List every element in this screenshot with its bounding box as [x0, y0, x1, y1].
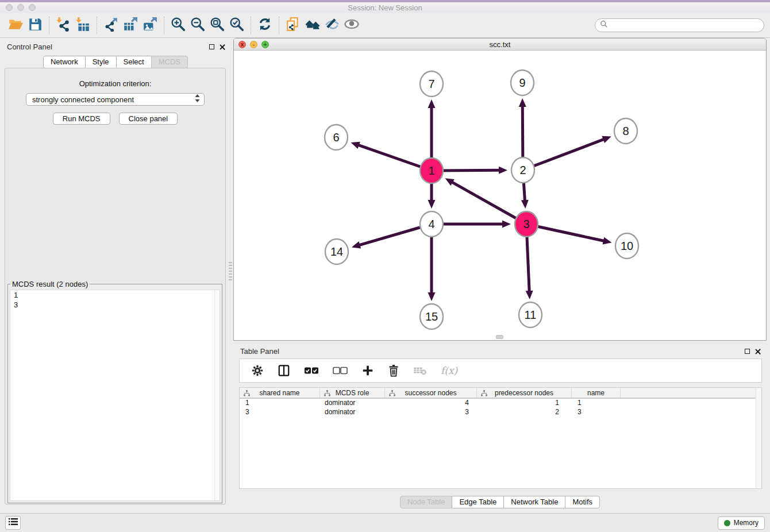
graph-node-label-8: 8 [622, 125, 629, 137]
export-network-button[interactable] [101, 16, 121, 34]
tab-network-table[interactable]: Network Table [503, 496, 565, 508]
delete-table-icon[interactable] [413, 365, 427, 376]
task-history-button[interactable] [5, 516, 21, 530]
table-cell-predecessor-nodes[interactable]: 1 [477, 399, 572, 408]
refresh-view-button[interactable] [255, 16, 275, 34]
table-cell-shared-name[interactable]: 3 [240, 408, 320, 417]
zoom-out-button[interactable] [188, 16, 207, 34]
graph-edge-2-8[interactable] [523, 139, 605, 170]
export-image-button[interactable] [140, 16, 160, 34]
apply-function-button[interactable]: f(x) [441, 365, 457, 376]
save-session-button[interactable] [25, 16, 45, 34]
graph-edge-arrowhead [603, 237, 612, 245]
zoom-in-button[interactable] [168, 16, 188, 34]
float-panel-icon[interactable] [209, 44, 214, 49]
eye-slash-icon [325, 17, 340, 34]
import-network-button[interactable] [53, 16, 73, 34]
tab-select[interactable]: Select [116, 56, 152, 68]
mcds-result-line: 3 [10, 300, 220, 310]
column-header-predecessor-nodes[interactable]: predecessor nodes [477, 388, 572, 398]
tab-style[interactable]: Style [85, 56, 117, 68]
delete-column-icon[interactable] [388, 364, 399, 377]
table-cell-mcds-role[interactable]: dominator [320, 408, 385, 417]
graph-node-label-1: 1 [428, 164, 434, 177]
import-table-icon [75, 17, 90, 34]
table-cell-mcds-role[interactable]: dominator [320, 399, 385, 408]
select-all-rows-icon[interactable] [304, 366, 319, 375]
close-table-panel-icon[interactable] [754, 348, 761, 354]
zoom-selected-icon [229, 17, 244, 34]
list-icon [9, 518, 18, 528]
toolbar-separator [251, 17, 251, 34]
close-panel-icon[interactable] [219, 44, 225, 50]
table-cell-successor-nodes[interactable]: 4 [385, 399, 477, 408]
memory-status-dot [724, 520, 730, 526]
panel-splitter-grip[interactable] [229, 262, 232, 282]
control-panel-tabs: NetworkStyleSelectMCDS [0, 56, 231, 68]
column-header-name[interactable]: name [572, 388, 621, 398]
network-window-titlebar[interactable]: x - + scc.txt [234, 38, 766, 51]
status-bar: Memory [0, 513, 770, 532]
table-cell-name[interactable]: 3 [572, 408, 621, 417]
table-row[interactable]: 3dominator323 [240, 408, 761, 417]
graph-edge-arrowhead [428, 200, 436, 209]
clone-network-button[interactable] [283, 16, 303, 34]
deselect-all-rows-icon[interactable] [333, 366, 348, 375]
criterion-dropdown-value: strongly connected component [32, 95, 194, 104]
search-box[interactable] [595, 18, 764, 32]
graph-edge-3-1[interactable] [452, 182, 526, 224]
zoom-in-icon [171, 17, 186, 34]
result-scrollbar[interactable] [214, 290, 220, 500]
tab-network[interactable]: Network [43, 56, 86, 68]
column-header-mcds-role[interactable]: MCDS role [320, 388, 385, 398]
import-table-button[interactable] [73, 16, 93, 34]
dropdown-stepper-icon [194, 94, 201, 105]
export-table-button[interactable] [121, 16, 140, 34]
mcds-result-title: MCDS result (2 nodes) [10, 280, 90, 288]
toolbar-separator [279, 17, 279, 34]
mcds-result-box[interactable]: 13 [10, 290, 220, 501]
table-scrollbar[interactable] [756, 388, 761, 488]
home-view-button[interactable] [303, 16, 322, 34]
graph-edge-arrowhead [526, 291, 533, 299]
canvas-resize-grip[interactable] [496, 335, 503, 339]
table-cell-shared-name[interactable]: 1 [240, 399, 320, 408]
column-header-successor-nodes[interactable]: successor nodes [385, 388, 477, 398]
open-session-button[interactable] [6, 16, 25, 34]
graph-edge-arrowhead [502, 221, 511, 228]
graph-edge-arrowhead [602, 136, 611, 143]
column-header-shared-name[interactable]: shared name [240, 388, 320, 398]
export-table-icon [123, 17, 138, 34]
table-cell-predecessor-nodes[interactable]: 2 [477, 408, 572, 417]
criterion-dropdown[interactable]: strongly connected component [26, 93, 205, 106]
float-table-panel-icon[interactable] [745, 349, 750, 354]
network-canvas[interactable]: 7968124314101511 [234, 51, 766, 340]
zoom-selected-button[interactable] [227, 16, 247, 34]
tab-motifs[interactable]: Motifs [565, 496, 600, 508]
table-row[interactable]: 1dominator411 [240, 399, 761, 408]
graph-node-label-10: 10 [621, 240, 633, 252]
table-settings-icon[interactable] [251, 364, 264, 377]
run-mcds-button[interactable]: Run MCDS [53, 113, 110, 125]
table-cell-name[interactable]: 1 [572, 399, 621, 408]
search-icon [600, 20, 608, 30]
memory-button-label: Memory [734, 519, 759, 527]
column-layout-icon[interactable] [278, 364, 290, 377]
tab-edge-table[interactable]: Edge Table [452, 496, 504, 508]
network-view-window: x - + scc.txt 7968124314101511 [233, 38, 767, 341]
hide-details-button[interactable] [322, 16, 342, 34]
open-folder-icon [8, 17, 23, 34]
tab-node-table[interactable]: Node Table [400, 496, 453, 508]
export-image-icon [143, 17, 157, 34]
table-cell-successor-nodes[interactable]: 3 [385, 408, 477, 417]
memory-button[interactable]: Memory [718, 516, 765, 530]
zoom-fit-button[interactable] [207, 16, 227, 34]
tab-mcds[interactable]: MCDS [151, 56, 188, 68]
search-input[interactable] [611, 21, 759, 29]
show-details-button[interactable] [342, 16, 361, 34]
mcds-result-line: 1 [10, 290, 220, 300]
graph-edge-arrowhead [352, 241, 361, 248]
add-column-icon[interactable] [361, 364, 374, 377]
export-network-icon [103, 17, 118, 34]
close-panel-button[interactable]: Close panel [119, 113, 178, 125]
